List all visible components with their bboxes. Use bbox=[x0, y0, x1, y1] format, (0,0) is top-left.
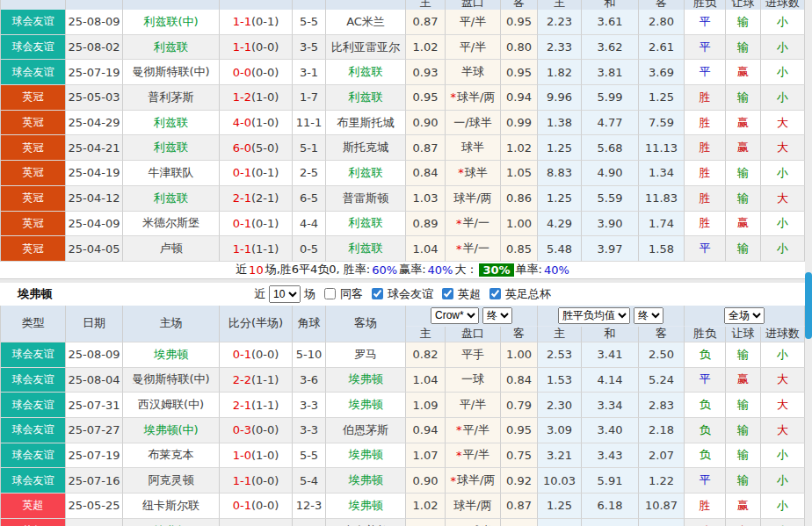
corner-count: 3-5 bbox=[293, 35, 326, 61]
facup-checkbox[interactable] bbox=[489, 288, 501, 299]
away-team-link[interactable]: 罗马 bbox=[326, 342, 406, 368]
league-badge: 英超 bbox=[0, 494, 66, 519]
score-halftime: 1-1(0-0) bbox=[220, 468, 293, 494]
ah-away-odds: 0.79 bbox=[501, 393, 538, 418]
away-team-link[interactable]: 埃弗顿 bbox=[326, 468, 406, 494]
away-team-link[interactable]: 利兹联 bbox=[326, 60, 406, 85]
summary-segment: 大： bbox=[454, 262, 477, 277]
epl-label[interactable]: 英超 bbox=[458, 286, 481, 302]
home-team-link[interactable]: 卢顿 bbox=[123, 236, 220, 262]
match-date: 25-04-21 bbox=[66, 135, 123, 161]
ah-away-odds: 0.94 bbox=[501, 85, 538, 111]
home-team-link[interactable]: 曼彻斯特联(中) bbox=[123, 368, 220, 393]
away-team-link[interactable]: 埃弗顿 bbox=[326, 494, 406, 519]
everton-match-table: 球会友谊 25-08-09 埃弗顿 0-1(0-0) 5-10 罗马 0.82 … bbox=[0, 342, 805, 526]
header-type: 类型 bbox=[0, 306, 66, 342]
away-team-link[interactable]: 普雷斯顿 bbox=[326, 186, 406, 212]
home-team-link[interactable]: 米德尔斯堡 bbox=[123, 212, 220, 237]
epl-checkbox[interactable] bbox=[442, 288, 453, 299]
away-team-link[interactable]: 埃弗顿 bbox=[326, 368, 406, 393]
result-handicap: 输 bbox=[726, 418, 761, 443]
score-halftime: 1-1(0-1) bbox=[220, 10, 293, 35]
eu-home-odds: 1.82 bbox=[538, 60, 582, 85]
eu-home-odds: 10.03 bbox=[538, 468, 582, 494]
ah-home-odds: 0.82 bbox=[406, 342, 446, 368]
result-wdl: 胜 bbox=[685, 111, 726, 136]
corner-count: 2-5 bbox=[293, 161, 326, 186]
match-date: 25-05-18 bbox=[66, 519, 123, 526]
home-team-link[interactable]: 西汉姆联(中) bbox=[123, 393, 220, 418]
ah-away-odds: 1.00 bbox=[501, 342, 538, 368]
away-team-link[interactable]: 比利亚雷亚尔 bbox=[326, 35, 406, 61]
home-team-link[interactable]: 阿克灵顿 bbox=[123, 468, 220, 494]
result-handicap: 赢 bbox=[726, 135, 761, 161]
eu-home-odds: 9.96 bbox=[538, 85, 582, 111]
away-team-link[interactable]: 斯托克城 bbox=[326, 135, 406, 161]
col-header-wdl: 胜负 bbox=[685, 0, 726, 10]
eu-time-select[interactable]: 终 bbox=[634, 307, 663, 324]
away-team-link[interactable]: 利兹联 bbox=[326, 236, 406, 262]
ah-home-odds: 0.90 bbox=[406, 111, 446, 136]
home-team-link[interactable]: 埃弗顿(中) bbox=[123, 418, 220, 443]
away-team-link[interactable]: 伯恩茅斯 bbox=[326, 418, 406, 443]
result-handicap: 输 bbox=[726, 10, 761, 35]
home-team-link[interactable]: 埃弗顿 bbox=[123, 342, 220, 368]
scrollbar-track[interactable] bbox=[805, 0, 812, 526]
away-team-link[interactable]: 利兹联 bbox=[326, 85, 406, 111]
ah-away-odds: 0.99 bbox=[501, 111, 538, 136]
friendly-label[interactable]: 球会友谊 bbox=[388, 286, 433, 302]
scope-select[interactable]: 全场 bbox=[724, 307, 765, 324]
home-team-link[interactable]: 利兹联 bbox=[123, 186, 220, 212]
home-team-link[interactable]: 牛津联队 bbox=[123, 161, 220, 186]
result-handicap: 赢 bbox=[726, 111, 761, 136]
header-date: 日期 bbox=[66, 306, 123, 342]
away-team-link[interactable]: 南安普敦 bbox=[326, 519, 406, 526]
score-halftime: 0-1(0-1) bbox=[220, 161, 293, 186]
away-team-link[interactable]: 埃弗顿 bbox=[326, 393, 406, 418]
bookmaker-select[interactable]: Crow* bbox=[431, 307, 479, 324]
result-goals: 小 bbox=[761, 494, 805, 519]
facup-label[interactable]: 英足总杯 bbox=[505, 286, 551, 302]
away-team-link[interactable]: 利兹联 bbox=[326, 212, 406, 237]
eu-home-odds: 3.09 bbox=[538, 418, 582, 443]
match-row: 英超 25-05-18 埃弗顿 2-0(2-0) 4-5 南安普敦 0.98 一… bbox=[0, 519, 805, 526]
home-team-link[interactable]: 曼彻斯特联(中) bbox=[123, 60, 220, 85]
scrollbar-thumb[interactable] bbox=[805, 272, 812, 339]
corner-count: 5-1 bbox=[293, 135, 326, 161]
away-team-link[interactable]: 布里斯托城 bbox=[326, 111, 406, 136]
league-badge: 球会友谊 bbox=[0, 368, 66, 393]
same-away-checkbox[interactable] bbox=[324, 288, 336, 299]
home-team-link[interactable]: 利兹联(中) bbox=[123, 10, 220, 35]
col-header-ah-away: 客 bbox=[501, 0, 538, 10]
friendly-checkbox[interactable] bbox=[372, 288, 383, 299]
result-goals: 小 bbox=[761, 443, 805, 469]
games-count-select[interactable]: 10 bbox=[269, 285, 301, 303]
ah-time-select[interactable]: 终 bbox=[482, 307, 512, 324]
away-team-link[interactable]: 埃弗顿 bbox=[326, 443, 406, 469]
away-team-link[interactable]: 利兹联 bbox=[326, 161, 406, 186]
eu-draw-odds: 3.43 bbox=[582, 443, 639, 469]
eu-draw-odds: 4.74 bbox=[582, 519, 639, 526]
eu-dropdown-zone: 胜平负均值 终 bbox=[538, 306, 685, 327]
ah-handicap: 半球 bbox=[446, 60, 501, 85]
odds-type-select[interactable]: 胜平负均值 bbox=[558, 307, 630, 324]
home-team-link[interactable]: 利兹联 bbox=[123, 35, 220, 61]
result-wdl: 胜 bbox=[685, 85, 726, 111]
eu-away-odds: 3.69 bbox=[639, 60, 685, 85]
match-row: 英冠 25-04-09 米德尔斯堡 0-1(0-1) 4-4 利兹联 0.89 … bbox=[0, 212, 805, 237]
ah-handicap: *球半 bbox=[446, 161, 501, 186]
home-team-link[interactable]: 利兹联 bbox=[123, 135, 220, 161]
home-team-link[interactable]: 纽卡斯尔联 bbox=[123, 494, 220, 519]
result-goals: 小 bbox=[761, 10, 805, 35]
away-team-link[interactable]: AC米兰 bbox=[326, 10, 406, 35]
home-team-link[interactable]: 利兹联 bbox=[123, 111, 220, 136]
home-team-link[interactable]: 埃弗顿 bbox=[123, 519, 220, 526]
result-handicap: 赢 bbox=[726, 494, 761, 519]
same-away-label[interactable]: 同客 bbox=[340, 286, 363, 302]
home-team-link[interactable]: 布莱克本 bbox=[123, 443, 220, 469]
ah-handicap: *平/半 bbox=[446, 418, 501, 443]
eu-home-odds: 1.38 bbox=[538, 111, 582, 136]
match-date: 25-07-31 bbox=[66, 393, 123, 418]
home-team-link[interactable]: 普利茅斯 bbox=[123, 85, 220, 111]
eu-away-odds: 11.13 bbox=[639, 135, 685, 161]
